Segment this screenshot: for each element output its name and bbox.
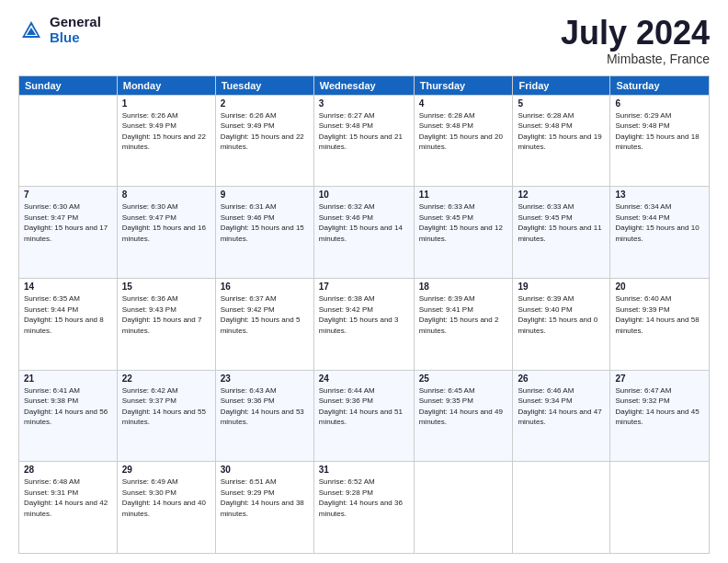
cell-info: Sunrise: 6:26 AMSunset: 9:49 PMDaylight:… bbox=[221, 110, 309, 153]
calendar-cell: 1Sunrise: 6:26 AMSunset: 9:49 PMDaylight… bbox=[117, 95, 215, 187]
cell-date: 3 bbox=[319, 98, 409, 109]
calendar-cell: 25Sunrise: 6:45 AMSunset: 9:35 PMDayligh… bbox=[414, 370, 513, 462]
cell-date: 7 bbox=[24, 190, 112, 200]
cell-date: 13 bbox=[615, 190, 704, 200]
cell-date: 6 bbox=[615, 98, 704, 109]
calendar-cell: 10Sunrise: 6:32 AMSunset: 9:46 PMDayligh… bbox=[313, 187, 414, 279]
calendar-cell: 31Sunrise: 6:52 AMSunset: 9:28 PMDayligh… bbox=[313, 462, 414, 554]
cell-date: 1 bbox=[122, 98, 210, 109]
calendar-cell: 28Sunrise: 6:48 AMSunset: 9:31 PMDayligh… bbox=[19, 462, 118, 554]
calendar-cell: 15Sunrise: 6:36 AMSunset: 9:43 PMDayligh… bbox=[117, 278, 215, 370]
calendar-week-row: 7Sunrise: 6:30 AMSunset: 9:47 PMDaylight… bbox=[19, 187, 710, 279]
cell-date: 29 bbox=[122, 465, 210, 475]
cell-info: Sunrise: 6:41 AMSunset: 9:38 PMDaylight:… bbox=[24, 385, 112, 428]
cell-date: 23 bbox=[221, 373, 309, 384]
cell-date: 9 bbox=[221, 190, 309, 200]
cell-info: Sunrise: 6:26 AMSunset: 9:49 PMDaylight:… bbox=[122, 110, 210, 153]
calendar-cell: 2Sunrise: 6:26 AMSunset: 9:49 PMDaylight… bbox=[215, 95, 313, 187]
calendar-cell: 21Sunrise: 6:41 AMSunset: 9:38 PMDayligh… bbox=[19, 370, 118, 462]
cell-info: Sunrise: 6:35 AMSunset: 9:44 PMDaylight:… bbox=[24, 293, 112, 336]
cell-info: Sunrise: 6:31 AMSunset: 9:46 PMDaylight:… bbox=[221, 201, 309, 244]
calendar-day-header: Wednesday bbox=[313, 75, 414, 95]
cell-info: Sunrise: 6:49 AMSunset: 9:30 PMDaylight:… bbox=[122, 477, 210, 519]
cell-date: 16 bbox=[221, 282, 309, 292]
page: General Blue July 2024 Mimbaste, France … bbox=[0, 0, 728, 563]
cell-date: 17 bbox=[319, 282, 409, 292]
cell-info: Sunrise: 6:27 AMSunset: 9:48 PMDaylight:… bbox=[319, 110, 409, 153]
calendar-table: SundayMondayTuesdayWednesdayThursdayFrid… bbox=[18, 75, 710, 554]
cell-date: 18 bbox=[419, 282, 508, 292]
calendar-cell: 5Sunrise: 6:28 AMSunset: 9:48 PMDaylight… bbox=[513, 95, 610, 187]
cell-info: Sunrise: 6:38 AMSunset: 9:42 PMDaylight:… bbox=[319, 293, 409, 336]
cell-info: Sunrise: 6:51 AMSunset: 9:29 PMDaylight:… bbox=[221, 477, 309, 519]
calendar-cell: 29Sunrise: 6:49 AMSunset: 9:30 PMDayligh… bbox=[117, 462, 215, 554]
cell-info: Sunrise: 6:29 AMSunset: 9:48 PMDaylight:… bbox=[615, 110, 704, 153]
cell-date: 14 bbox=[24, 282, 112, 292]
calendar-cell: 16Sunrise: 6:37 AMSunset: 9:42 PMDayligh… bbox=[215, 278, 313, 370]
title-location: Mimbaste, France bbox=[561, 52, 710, 66]
cell-info: Sunrise: 6:42 AMSunset: 9:37 PMDaylight:… bbox=[122, 385, 210, 428]
calendar-cell: 3Sunrise: 6:27 AMSunset: 9:48 PMDaylight… bbox=[313, 95, 414, 187]
cell-date: 31 bbox=[319, 465, 409, 475]
calendar-week-row: 14Sunrise: 6:35 AMSunset: 9:44 PMDayligh… bbox=[19, 278, 710, 370]
cell-info: Sunrise: 6:45 AMSunset: 9:35 PMDaylight:… bbox=[419, 385, 508, 428]
calendar-cell: 22Sunrise: 6:42 AMSunset: 9:37 PMDayligh… bbox=[117, 370, 215, 462]
calendar-cell bbox=[19, 95, 118, 187]
header: General Blue July 2024 Mimbaste, France bbox=[18, 15, 710, 66]
cell-date: 22 bbox=[122, 373, 210, 384]
calendar-cell: 13Sunrise: 6:34 AMSunset: 9:44 PMDayligh… bbox=[610, 187, 710, 279]
calendar-cell: 18Sunrise: 6:39 AMSunset: 9:41 PMDayligh… bbox=[414, 278, 513, 370]
calendar-cell: 26Sunrise: 6:46 AMSunset: 9:34 PMDayligh… bbox=[513, 370, 610, 462]
cell-info: Sunrise: 6:48 AMSunset: 9:31 PMDaylight:… bbox=[24, 477, 112, 519]
title-block: July 2024 Mimbaste, France bbox=[561, 15, 710, 66]
calendar-cell: 4Sunrise: 6:28 AMSunset: 9:48 PMDaylight… bbox=[414, 95, 513, 187]
cell-date: 11 bbox=[419, 190, 508, 200]
logo-text: General Blue bbox=[50, 15, 101, 45]
calendar-cell bbox=[610, 462, 710, 554]
calendar-cell: 12Sunrise: 6:33 AMSunset: 9:45 PMDayligh… bbox=[513, 187, 610, 279]
calendar-cell: 9Sunrise: 6:31 AMSunset: 9:46 PMDaylight… bbox=[215, 187, 313, 279]
calendar-cell: 20Sunrise: 6:40 AMSunset: 9:39 PMDayligh… bbox=[610, 278, 710, 370]
calendar-cell: 24Sunrise: 6:44 AMSunset: 9:36 PMDayligh… bbox=[313, 370, 414, 462]
cell-info: Sunrise: 6:33 AMSunset: 9:45 PMDaylight:… bbox=[419, 201, 508, 244]
calendar-day-header: Tuesday bbox=[215, 75, 313, 95]
calendar-day-header: Friday bbox=[513, 75, 610, 95]
cell-date: 21 bbox=[24, 373, 112, 384]
calendar-week-row: 1Sunrise: 6:26 AMSunset: 9:49 PMDaylight… bbox=[19, 95, 710, 187]
logo: General Blue bbox=[18, 15, 101, 45]
calendar-week-row: 28Sunrise: 6:48 AMSunset: 9:31 PMDayligh… bbox=[19, 462, 710, 554]
calendar-cell bbox=[414, 462, 513, 554]
calendar-cell bbox=[513, 462, 610, 554]
logo-icon bbox=[18, 17, 44, 43]
cell-date: 2 bbox=[221, 98, 309, 109]
cell-date: 15 bbox=[122, 282, 210, 292]
cell-date: 28 bbox=[24, 465, 112, 475]
cell-info: Sunrise: 6:33 AMSunset: 9:45 PMDaylight:… bbox=[518, 201, 605, 244]
cell-date: 19 bbox=[518, 282, 605, 292]
calendar-cell: 14Sunrise: 6:35 AMSunset: 9:44 PMDayligh… bbox=[19, 278, 118, 370]
cell-info: Sunrise: 6:37 AMSunset: 9:42 PMDaylight:… bbox=[221, 293, 309, 336]
cell-date: 5 bbox=[518, 98, 605, 109]
calendar-day-header: Sunday bbox=[19, 75, 118, 95]
cell-date: 20 bbox=[615, 282, 704, 292]
calendar-day-header: Monday bbox=[117, 75, 215, 95]
cell-info: Sunrise: 6:47 AMSunset: 9:32 PMDaylight:… bbox=[615, 385, 704, 428]
logo-general-text: General bbox=[50, 15, 101, 30]
calendar-cell: 8Sunrise: 6:30 AMSunset: 9:47 PMDaylight… bbox=[117, 187, 215, 279]
calendar-cell: 7Sunrise: 6:30 AMSunset: 9:47 PMDaylight… bbox=[19, 187, 118, 279]
cell-date: 8 bbox=[122, 190, 210, 200]
calendar-cell: 23Sunrise: 6:43 AMSunset: 9:36 PMDayligh… bbox=[215, 370, 313, 462]
cell-info: Sunrise: 6:30 AMSunset: 9:47 PMDaylight:… bbox=[122, 201, 210, 244]
calendar-day-header: Saturday bbox=[610, 75, 710, 95]
cell-info: Sunrise: 6:32 AMSunset: 9:46 PMDaylight:… bbox=[319, 201, 409, 244]
cell-info: Sunrise: 6:36 AMSunset: 9:43 PMDaylight:… bbox=[122, 293, 210, 336]
calendar-day-header: Thursday bbox=[414, 75, 513, 95]
calendar-cell: 17Sunrise: 6:38 AMSunset: 9:42 PMDayligh… bbox=[313, 278, 414, 370]
cell-date: 25 bbox=[419, 373, 508, 384]
calendar-cell: 6Sunrise: 6:29 AMSunset: 9:48 PMDaylight… bbox=[610, 95, 710, 187]
cell-date: 26 bbox=[518, 373, 605, 384]
cell-info: Sunrise: 6:52 AMSunset: 9:28 PMDaylight:… bbox=[319, 477, 409, 519]
cell-info: Sunrise: 6:28 AMSunset: 9:48 PMDaylight:… bbox=[518, 110, 605, 153]
calendar-cell: 11Sunrise: 6:33 AMSunset: 9:45 PMDayligh… bbox=[414, 187, 513, 279]
cell-info: Sunrise: 6:39 AMSunset: 9:40 PMDaylight:… bbox=[518, 293, 605, 336]
